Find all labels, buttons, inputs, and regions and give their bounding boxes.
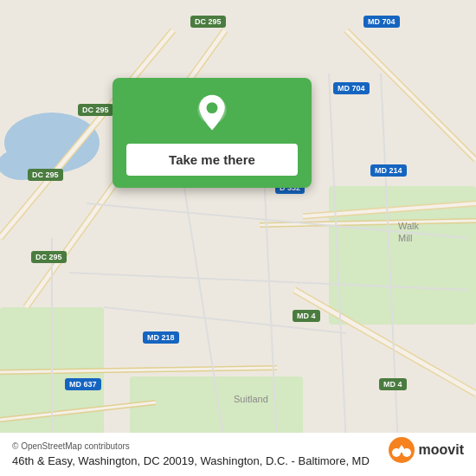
location-pin-icon [191, 93, 233, 135]
badge-dc295-3: DC 295 [28, 169, 63, 181]
badge-dc295-2: DC 295 [78, 104, 113, 116]
map-container: Suitland Walk Mill DC 295 MD 704 DC 295 … [0, 0, 476, 476]
moovit-brand-text: moovit [419, 442, 464, 458]
badge-md4-2: MD 4 [379, 378, 407, 390]
badge-md704-2: MD 704 [333, 82, 370, 94]
location-card: Take me there [113, 78, 312, 188]
bottom-info-bar: © OpenStreetMap contributors 46th & Easy… [0, 433, 476, 476]
svg-text:Suitland: Suitland [234, 394, 268, 404]
take-me-there-button[interactable]: Take me there [126, 144, 298, 176]
badge-dc295-1: DC 295 [190, 16, 226, 28]
svg-text:Walk: Walk [398, 221, 420, 231]
badge-md704-1: MD 704 [363, 16, 400, 28]
badge-md4-1: MD 4 [293, 310, 320, 322]
badge-md214: MD 214 [370, 164, 407, 177]
badge-md637: MD 637 [65, 378, 101, 390]
moovit-logo: moovit [388, 436, 464, 464]
badge-dc295-4: DC 295 [31, 251, 67, 263]
moovit-icon [388, 436, 415, 464]
svg-text:Mill: Mill [398, 233, 413, 243]
badge-md218: MD 218 [143, 331, 179, 344]
location-text: 46th & Easy, Washington, DC 20019, Washi… [12, 454, 370, 467]
svg-point-36 [207, 102, 218, 113]
map-roads: Suitland Walk Mill [0, 0, 476, 476]
